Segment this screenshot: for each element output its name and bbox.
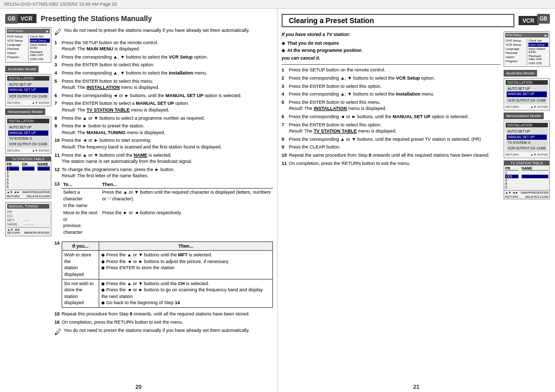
step-2: 2 Press the corresponding ▲, ▼ buttons t…: [54, 54, 273, 61]
step-11: 11 Press the ▲ or ▼ buttons until the NA…: [54, 152, 273, 165]
step-9: 9 Press the ► button to preset the stati…: [54, 123, 273, 136]
left-section-title: Presetting the Stations Manually: [41, 14, 273, 23]
right-step-8: 8 Press the corresponding ▲ or ▼ buttons…: [282, 136, 501, 143]
page-header: 00115A DVD-V77MS-GB2 10/25/02 10:46 AM P…: [0, 0, 555, 9]
newzealand-model-right: Newzealand Model: [504, 113, 544, 119]
manual-tuning-screen: MANUAL TUNING PR CH MFT- - - NAME- - - -…: [5, 202, 51, 236]
step-10: 10 Press the ◄ or ► buttons to start sca…: [54, 137, 273, 150]
bullet-2: ◆ At the wrong programme position: [282, 47, 501, 54]
right-step-10: 10 Repeat the same procedure from Step 8…: [282, 152, 501, 159]
right-step-5: 5 Press the ENTER button to select this …: [282, 99, 501, 112]
gb-badge-right: GB: [537, 14, 550, 24]
right-step-3: 3 Press the ENTER button to select this …: [282, 83, 501, 90]
tv-station-table-right: TV STATION TABLE PR 1 003 3 4 5 NAME: [504, 160, 550, 199]
right-step-2: 2 Press the corresponding ▲, ▼ buttons t…: [282, 75, 501, 82]
newzealand-model-left: Newzealand Model: [5, 108, 45, 115]
step-12: 12 To change the programme's name, press…: [54, 166, 273, 179]
top-screen-left: DVD Setup▶ DVD Setup VCR Setup Language …: [5, 27, 51, 63]
step-13: 13 To... Then... Select a characterin th…: [54, 181, 273, 238]
right-step-11: 11 On completion, press the RETURN butto…: [282, 160, 501, 167]
note-box-2: 🖊 You do not need to preset the stations…: [54, 327, 273, 338]
cancel-note: you can cancel it.: [282, 55, 501, 62]
bullet-1: ◆ That you do not require: [282, 40, 501, 47]
step-16: 16 On completion, press the RETURN butto…: [54, 319, 273, 326]
right-step-4: 4 Press the corresponding ▲, ▼ buttons t…: [282, 91, 501, 98]
right-main-text: If you have stored a TV station: ◆ That …: [282, 31, 501, 202]
page-number-left: 20: [135, 384, 141, 390]
left-main-text: 🖊 You do not need to preset the stations…: [54, 27, 273, 340]
step-5: 5 Press the ENTER button to select this …: [54, 78, 273, 91]
nz-installation-screen-right: INSTALLATION AUTO SET UP MANUAL SET UP T…: [504, 121, 550, 158]
gb-badge-left: GB: [5, 14, 18, 24]
top-screen-right: DVD Setup▶ DVD Setup VCR Setup Language …: [504, 31, 550, 67]
page-number-right: 21: [413, 384, 419, 390]
vcr-badge-left: VCR: [16, 14, 36, 23]
step-4: 4 Press the corresponding ▲, ▼ buttons t…: [54, 70, 273, 77]
step-7: 7 Press the ENTER button to select a MAN…: [54, 100, 273, 113]
left-page: GB VCR Presetting the Stations Manually …: [0, 9, 278, 392]
right-step-7: 7 Press the ENTER button to select this …: [282, 122, 501, 135]
right-page: GB Clearing a Preset Station VCR If you …: [278, 9, 555, 392]
right-sidebar: DVD Setup▶ DVD Setup VCR Setup Language …: [504, 31, 550, 202]
right-step-6: 6 Press the corresponding ◄ or ► buttons…: [282, 114, 501, 120]
right-step-1: 1 Press the SETUP button on the remote c…: [282, 67, 501, 73]
step-1: 1 Press the SETUP button on the remote c…: [54, 40, 273, 52]
step-14: 14 If you... Then... Wish to store thest…: [54, 240, 273, 309]
step-8: 8 Press the ▲ or ▼ buttons to select a p…: [54, 115, 273, 122]
right-step-9: 9 Press the CLEAR button.: [282, 144, 501, 151]
vcr-badge-right: VCR: [519, 16, 539, 25]
step-13-table: To... Then... Select a characterin the n…: [62, 181, 273, 236]
australia-model-right: Australia Model: [504, 70, 537, 77]
step-14-table: If you... Then... Wish to store thestati…: [62, 241, 273, 308]
right-section-title: Clearing a Preset Station: [282, 14, 514, 27]
australia-model-left: Australia Model: [5, 66, 39, 72]
left-sidebar: DVD Setup▶ DVD Setup VCR Setup Language …: [5, 27, 51, 340]
step-15: 15 Repeat this procedure from Step 8 onw…: [54, 311, 273, 318]
australia-installation-screen-right: INSTALLATION AUTO SET UP MANUAL SET UP V…: [504, 78, 550, 110]
if-stored-header: If you have stored a TV station:: [282, 31, 501, 38]
australia-installation-screen-left: INSTALLATION AUTO SET UP MANUAL SET UP V…: [5, 74, 51, 106]
note-box-1: 🖊 You do not need to preset the stations…: [54, 27, 273, 38]
tv-station-table-left: TV STATION TABLE PR 1 2 3 4 5 6 CH: [5, 156, 51, 199]
step-3: 3 Press the ENTER button to select this …: [54, 62, 273, 68]
step-6: 6 Press the corresponding ◄ or ► buttons…: [54, 92, 273, 99]
nz-installation-screen-left: INSTALLATION AUTO SET UP MANUAL SET UP T…: [5, 117, 51, 154]
